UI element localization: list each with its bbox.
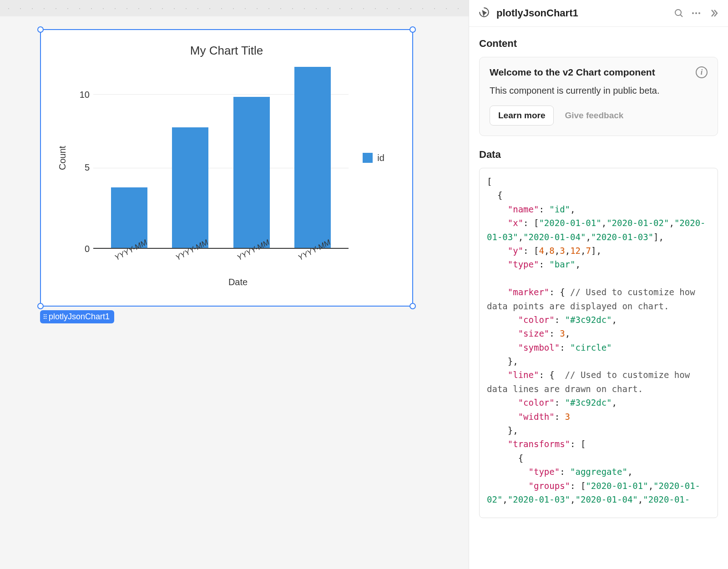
learn-more-button[interactable]: Learn more — [490, 106, 554, 126]
resize-handle-bottom-right[interactable] — [410, 303, 416, 309]
y-tick: 5 — [85, 162, 90, 173]
inspector-panel: plotlyJsonChart1 Content Welcome to the … — [469, 0, 728, 569]
chart-plot-area: YYYY-MM YYYY-MM YYYY-MM YYYY-MM — [93, 67, 349, 249]
notice-title: Welcome to the v2 Chart component — [490, 67, 655, 78]
legend-swatch — [363, 153, 373, 163]
chart-y-axis: 10 5 0 — [71, 67, 93, 249]
chart-x-axis-label: Date — [77, 277, 399, 287]
drag-grip-icon[interactable]: ⠿ — [43, 314, 47, 320]
info-icon[interactable]: i — [696, 66, 708, 78]
notice-card: Welcome to the v2 Chart component i This… — [479, 57, 718, 136]
chart: My Chart Title Count 10 5 0 — [55, 44, 399, 292]
panel-header: plotlyJsonChart1 — [469, 0, 728, 27]
chart-component-frame[interactable]: My Chart Title Count 10 5 0 — [40, 29, 413, 307]
search-icon[interactable] — [673, 8, 684, 19]
notice-body: This component is currently in public be… — [490, 84, 708, 97]
chart-bar[interactable] — [233, 97, 270, 248]
canvas-ruler — [0, 0, 469, 16]
y-tick: 0 — [85, 244, 90, 254]
chart-bar[interactable] — [294, 67, 331, 248]
svg-point-0 — [675, 10, 681, 15]
data-code-editor[interactable]: [ { "name": "id", "x": ["2020-01-01","20… — [479, 168, 718, 518]
svg-line-1 — [680, 15, 682, 17]
section-content-label: Content — [479, 38, 718, 50]
more-icon[interactable] — [691, 8, 702, 19]
component-name-tag[interactable]: ⠿ plotlyJsonChart1 — [40, 310, 114, 323]
svg-point-3 — [695, 12, 697, 14]
svg-point-4 — [698, 12, 700, 14]
panel-title: plotlyJsonChart1 — [496, 7, 667, 19]
canvas-area[interactable]: My Chart Title Count 10 5 0 — [0, 0, 469, 569]
component-name-label: plotlyJsonChart1 — [49, 312, 110, 322]
resize-handle-bottom-left[interactable] — [37, 303, 44, 309]
chart-title: My Chart Title — [55, 44, 399, 58]
chart-y-axis-label: Count — [55, 67, 71, 249]
resize-handle-top-right[interactable] — [410, 26, 416, 33]
component-cursor-icon — [478, 6, 490, 20]
resize-handle-top-left[interactable] — [37, 26, 44, 33]
y-tick: 10 — [80, 90, 90, 100]
expand-icon[interactable] — [708, 8, 719, 19]
svg-point-2 — [692, 12, 694, 14]
chart-bar[interactable] — [172, 127, 208, 248]
legend-label: id — [377, 153, 384, 163]
give-feedback-link[interactable]: Give feedback — [565, 111, 623, 121]
section-data-label: Data — [479, 149, 718, 161]
chart-legend[interactable]: id — [349, 67, 399, 249]
